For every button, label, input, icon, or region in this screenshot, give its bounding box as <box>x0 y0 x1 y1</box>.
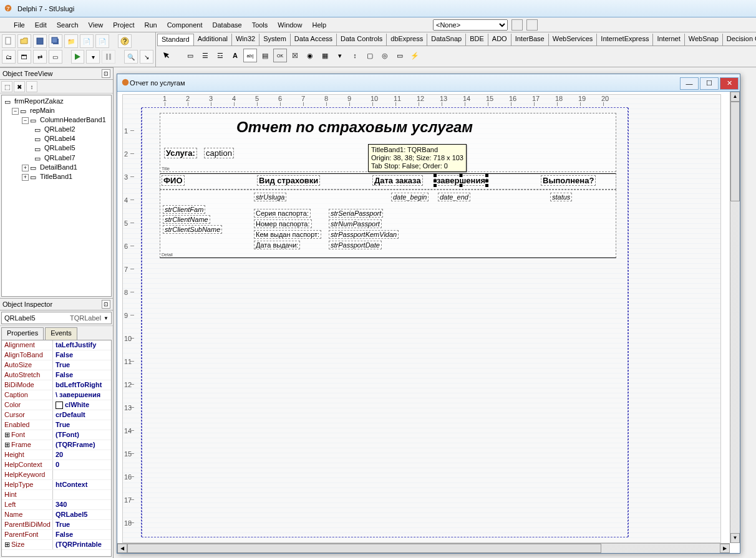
qr-datevyd-lbl[interactable]: Дата выдачи: <box>254 241 300 249</box>
qr-clientsubname[interactable]: strClientSubName <box>163 225 222 234</box>
prop-value[interactable]: True <box>53 420 111 430</box>
groupbox-icon[interactable]: ▢ <box>363 49 377 62</box>
ctab-datasnap[interactable]: DataSnap <box>427 34 466 46</box>
qr-num-lbl[interactable]: Номер паспорта: <box>254 219 312 228</box>
qr-clientname[interactable]: strClientName <box>163 215 210 224</box>
prop-row[interactable]: ParentBiDiModTrue <box>2 520 111 530</box>
menu-component[interactable]: Component <box>162 19 208 31</box>
prop-name[interactable]: Name <box>2 510 53 519</box>
qr-datevyd-val[interactable]: strPassportDate <box>329 241 382 249</box>
toggle-btn[interactable]: ⇄ <box>33 50 47 64</box>
qr-date-zakaza[interactable]: Дата заказа <box>372 175 423 186</box>
ctab-dbexpress[interactable]: dbExpress <box>387 34 427 46</box>
scroll-right-icon[interactable]: ▶ <box>720 544 730 553</box>
ctab-interbase[interactable]: InterBase <box>511 34 549 46</box>
prop-row[interactable]: Caption\ завершения <box>2 390 111 400</box>
combobox-icon[interactable]: ▾ <box>333 49 347 62</box>
form-titlebar[interactable]: Отчет по услугам — ☐ ✕ <box>117 74 740 92</box>
ctab-standard[interactable]: Standard <box>157 34 194 46</box>
mainmenu-icon[interactable]: ☰ <box>198 49 212 62</box>
menu-tools[interactable]: Tools <box>247 19 273 31</box>
radiobutton-icon[interactable]: ◉ <box>303 49 317 62</box>
saveall-btn[interactable] <box>49 34 62 48</box>
scroll-left-icon[interactable]: ◀ <box>117 544 127 553</box>
maximize-button[interactable]: ☐ <box>700 77 719 90</box>
prop-value[interactable]: (TFont) <box>53 430 111 440</box>
prop-value[interactable]: True <box>53 360 111 370</box>
ctab-internetexpress[interactable]: InternetExpress <box>597 34 653 46</box>
prop-name[interactable]: ⊞Size <box>2 540 53 549</box>
qr-strusluga[interactable]: strUsluga <box>254 193 286 201</box>
ctab-win32[interactable]: Win32 <box>232 34 259 46</box>
ctab-datacontrols[interactable]: Data Controls <box>337 34 387 46</box>
prop-name[interactable]: Enabled <box>2 420 53 430</box>
qr-seria-val[interactable]: strSeriaPassport <box>329 209 383 218</box>
tree-btn-2[interactable]: ✖ <box>14 81 25 92</box>
prop-name[interactable]: Cursor <box>2 410 53 420</box>
scrollbar-icon[interactable]: ↕ <box>348 49 362 62</box>
prop-row[interactable]: HelpTypehtContext <box>2 480 111 490</box>
view-unit-btn[interactable]: 🗂 <box>2 50 16 64</box>
form-window[interactable]: Отчет по услугам — ☐ ✕ 12345678910111213… <box>117 74 740 554</box>
ctab-internet[interactable]: Internet <box>653 34 684 46</box>
new-form-btn[interactable]: ▭ <box>49 50 62 64</box>
remove-file-btn[interactable]: 📄 <box>95 34 109 48</box>
prop-row[interactable]: EnabledTrue <box>2 420 111 430</box>
menu-window[interactable]: Window <box>273 19 307 31</box>
scroll-up-icon[interactable]: ▲ <box>730 92 740 102</box>
pointer-icon[interactable] <box>160 49 173 62</box>
prop-value[interactable]: 340 <box>53 500 111 509</box>
save-btn[interactable] <box>33 34 47 48</box>
edit-icon[interactable]: ab| <box>243 49 257 62</box>
checkbox-icon[interactable]: ☒ <box>288 49 302 62</box>
prop-value[interactable]: crDefault <box>53 410 111 420</box>
open-project-btn[interactable]: 📁 <box>64 34 78 48</box>
new-btn[interactable] <box>2 34 16 48</box>
prop-name[interactable]: Height <box>2 450 53 459</box>
report-title-label[interactable]: Отчет по страховым услугам <box>235 118 474 136</box>
prop-name[interactable]: ParentBiDiMod <box>2 520 53 529</box>
prop-row[interactable]: AlignToBandFalse <box>2 350 111 360</box>
ctab-ado[interactable]: ADO <box>488 34 511 46</box>
frames-icon[interactable]: ▭ <box>183 49 197 62</box>
prop-name[interactable]: AutoStretch <box>2 370 53 380</box>
prop-row[interactable]: Height20 <box>2 450 111 460</box>
prop-row[interactable]: HelpContext0 <box>2 460 111 470</box>
prop-value[interactable]: QRLabel5 <box>53 510 111 519</box>
step-btn[interactable]: ↘ <box>140 50 153 64</box>
view-form-btn[interactable]: 🗔 <box>17 50 31 64</box>
button-icon[interactable]: OK <box>273 49 287 62</box>
popupmenu-icon[interactable]: ☲ <box>213 49 227 62</box>
prop-name[interactable]: HelpKeyword <box>2 470 53 479</box>
prop-row[interactable]: CursorcrDefault <box>2 410 111 420</box>
menu-view[interactable]: View <box>84 19 109 31</box>
menu-run[interactable]: Run <box>139 19 162 31</box>
pause-btn[interactable] <box>102 50 115 64</box>
prop-row[interactable]: ParentFontFalse <box>2 530 111 540</box>
prop-name[interactable]: HelpContext <box>2 460 53 469</box>
prop-row[interactable]: Left340 <box>2 500 111 510</box>
vertical-scrollbar[interactable]: ▲ ▼ <box>730 92 740 543</box>
menu-project[interactable]: Project <box>108 19 139 31</box>
prop-value[interactable]: \ завершения <box>53 390 111 400</box>
inspector-pin-icon[interactable]: ⊡ <box>102 300 110 309</box>
prop-name[interactable]: Alignment <box>2 340 53 350</box>
prop-row[interactable]: AutoStretchFalse <box>2 370 111 380</box>
qr-usluga-label[interactable]: Услуга: <box>164 148 197 158</box>
qr-seria-lbl[interactable]: Серия паспорта: <box>254 209 311 218</box>
memo-icon[interactable]: ▤ <box>258 49 272 62</box>
prop-value[interactable]: False <box>53 370 111 380</box>
project-combo[interactable]: <None> <box>433 19 508 31</box>
panel-icon[interactable]: ▭ <box>393 49 407 62</box>
prop-name[interactable]: Color <box>2 400 53 410</box>
horizontal-scrollbar[interactable]: ◀ ▶ <box>117 543 730 553</box>
help-btn[interactable]: ? <box>118 34 132 48</box>
prop-name[interactable]: BiDiMode <box>2 380 53 390</box>
prop-name[interactable]: ⊞Frame <box>2 440 53 450</box>
scroll-down-icon[interactable]: ▼ <box>730 533 740 543</box>
prop-name[interactable]: AlignToBand <box>2 350 53 360</box>
prop-value[interactable]: 20 <box>53 450 111 459</box>
qr-kem-lbl[interactable]: Кем выдан паспорт: <box>254 230 321 239</box>
prop-value[interactable] <box>53 490 111 499</box>
detail-band[interactable]: strUsluga date_begin date_end status str… <box>160 190 616 258</box>
